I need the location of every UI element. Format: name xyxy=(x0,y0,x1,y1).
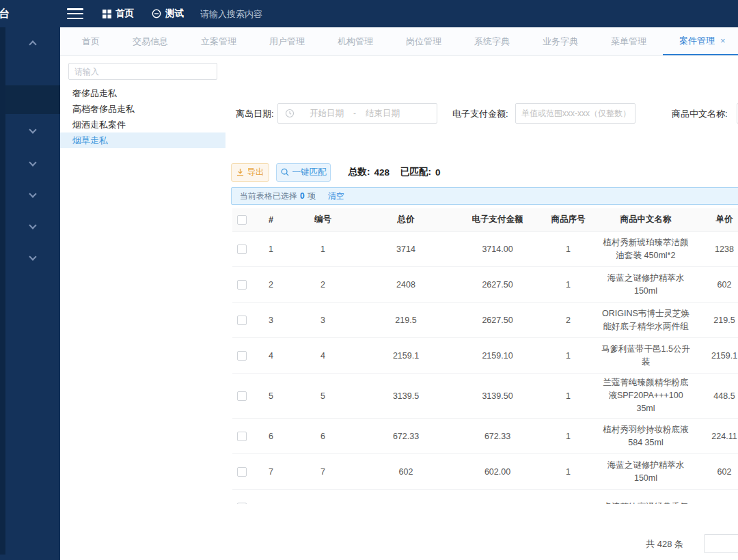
tab-case-mgmt-active[interactable]: 案件管理 × xyxy=(663,27,738,55)
cell-code: 2 xyxy=(290,280,355,290)
sidebar-item-collapsed-1[interactable] xyxy=(5,31,60,58)
cell-seq: 1 xyxy=(538,280,598,290)
chevron-down-icon xyxy=(29,190,36,197)
cell-unit: 1238 xyxy=(694,244,738,254)
cell-total: 2408 xyxy=(355,280,456,290)
export-button-label: 导出 xyxy=(247,167,264,178)
app-logo: 台 xyxy=(0,7,10,21)
category-search xyxy=(68,63,217,80)
menu-toggle-icon[interactable] xyxy=(67,8,83,19)
cell-total: 672.33 xyxy=(355,432,456,441)
cell-unit: 2159.1 xyxy=(694,351,738,361)
clear-selection-link[interactable]: 清空 xyxy=(328,191,344,202)
table-row: 3 3 219.5 2627.50 2 ORIGINS韦博士灵芝焕能好底子精华水… xyxy=(232,303,738,338)
chevron-down-icon xyxy=(29,221,36,229)
table-row: 2 2 2408 2627.50 1 海蓝之谜修护精萃水 150ml 602 xyxy=(232,267,738,303)
row-checkbox[interactable] xyxy=(237,280,247,290)
select-all-checkbox[interactable] xyxy=(237,215,247,225)
match-button-label: 一键匹配 xyxy=(292,167,327,178)
row-checkbox[interactable] xyxy=(237,316,247,325)
selection-info-bar: 当前表格已选择 0 项 清空 xyxy=(231,187,738,205)
tab-menu-mgmt[interactable]: 菜单管理 xyxy=(594,27,663,55)
sidebar-item-selected[interactable] xyxy=(5,85,60,114)
sidebar-item-collapsed-2[interactable] xyxy=(5,116,60,143)
date-range-separator: - xyxy=(349,109,360,118)
table-row: 7 7 602 602.00 1 海蓝之谜修护精萃水 150ml 602 xyxy=(232,454,738,490)
row-checkbox[interactable] xyxy=(237,503,247,505)
date-range-picker[interactable]: 开始日期 - 结束日期 xyxy=(277,103,437,124)
tab-close-icon[interactable]: × xyxy=(720,36,726,45)
sidebar-item-collapsed-5[interactable] xyxy=(5,212,60,239)
selection-prefix: 当前表格已选择 xyxy=(240,191,297,202)
category-search-input[interactable] xyxy=(74,64,211,79)
top-nav-test[interactable]: 测试 xyxy=(152,8,184,20)
top-nav-home[interactable]: 首页 xyxy=(102,8,134,20)
cell-total: 2159.1 xyxy=(355,351,456,361)
category-item-tobacco-wine[interactable]: 烟酒走私案件 xyxy=(60,117,226,132)
sidebar-item-collapsed-4[interactable] xyxy=(5,180,60,208)
global-search-input[interactable] xyxy=(200,4,351,23)
category-item-luxury[interactable]: 奢侈品走私 xyxy=(60,85,226,101)
tab-case-filing[interactable]: 立案管理 xyxy=(184,27,253,55)
table-row-partial: 卡诗菁纯亮泽经典香氛 xyxy=(232,490,738,504)
chevron-down-icon xyxy=(29,253,36,260)
col-header-total: 总价 xyxy=(355,214,456,225)
tab-user-mgmt[interactable]: 用户管理 xyxy=(253,27,321,55)
matched-value: 0 xyxy=(435,167,441,178)
one-click-match-button[interactable]: 一键匹配 xyxy=(276,163,331,182)
cell-code: 4 xyxy=(290,351,355,361)
sidebar xyxy=(0,27,60,560)
tab-home[interactable]: 首页 xyxy=(66,27,116,55)
category-item-tobacco-active[interactable]: 烟草走私 xyxy=(60,132,226,148)
page-size-select[interactable] xyxy=(704,534,738,553)
table-toolbar: 导出 一键匹配 总数: 428 已匹配: 0 xyxy=(226,162,738,182)
cell-index: 4 xyxy=(251,351,290,361)
chevron-down-icon xyxy=(29,158,36,166)
cell-total: 219.5 xyxy=(355,316,456,325)
row-checkbox[interactable] xyxy=(237,244,247,254)
results-table: # 编号 总价 电子支付金额 商品序号 商品中文名称 单价 1 1 3714 3… xyxy=(232,208,738,504)
cell-epay: 672.33 xyxy=(456,432,538,441)
row-checkbox[interactable] xyxy=(237,391,247,401)
cell-code: 5 xyxy=(290,391,355,401)
cell-index: 5 xyxy=(251,391,290,401)
grid-icon xyxy=(102,10,111,18)
category-item-highend[interactable]: 高档奢侈品走私 xyxy=(60,101,226,117)
tab-org-mgmt[interactable]: 机构管理 xyxy=(321,27,390,55)
table-row: 1 1 3714 3714.00 1 植村秀新琥珀臻萃洁颜油套装 450ml*2… xyxy=(232,232,738,267)
tab-case-mgmt-label: 案件管理 xyxy=(679,35,715,47)
download-icon xyxy=(236,169,244,176)
cell-epay: 2159.10 xyxy=(456,351,538,361)
epay-amount-input[interactable] xyxy=(515,103,636,124)
col-header-name: 商品中文名称 xyxy=(598,209,694,230)
row-checkbox[interactable] xyxy=(237,467,247,477)
tab-sys-dict[interactable]: 系统字典 xyxy=(458,27,526,55)
cell-unit: 602 xyxy=(694,467,738,477)
row-checkbox[interactable] xyxy=(237,432,247,441)
cell-code: 6 xyxy=(290,432,355,441)
export-button[interactable]: 导出 xyxy=(231,163,269,182)
pagination-bar: 共 428 条 xyxy=(226,534,738,555)
cell-unit: 219.5 xyxy=(694,316,738,325)
category-panel: 奢侈品走私 高档奢侈品走私 烟酒走私案件 烟草走私 xyxy=(60,56,226,560)
sidebar-item-collapsed-6[interactable] xyxy=(5,243,60,270)
cell-seq: 1 xyxy=(538,244,598,254)
top-nav-home-label: 首页 xyxy=(115,8,134,20)
cell-index: 7 xyxy=(251,467,290,477)
selection-count: 0 xyxy=(300,191,305,201)
row-checkbox[interactable] xyxy=(237,351,247,361)
cell-index: 1 xyxy=(251,244,290,254)
cell-index: 6 xyxy=(251,432,290,441)
col-header-code: 编号 xyxy=(290,214,355,225)
total-label: 总数: xyxy=(348,166,370,178)
table-row: 4 4 2159.1 2159.10 1 马爹利蓝带干邑1.5公升装 2159.… xyxy=(232,338,738,374)
cell-index: 2 xyxy=(251,280,290,290)
tab-post-mgmt[interactable]: 岗位管理 xyxy=(390,27,458,55)
cell-code: 7 xyxy=(290,467,355,477)
cell-name: 海蓝之谜修护精萃水 150ml xyxy=(598,455,694,489)
sidebar-item-collapsed-3[interactable] xyxy=(5,149,60,176)
global-search xyxy=(200,4,351,23)
cell-epay: 2627.50 xyxy=(456,316,538,325)
tab-trade-info[interactable]: 交易信息 xyxy=(116,27,184,55)
tab-biz-dict[interactable]: 业务字典 xyxy=(526,27,594,55)
